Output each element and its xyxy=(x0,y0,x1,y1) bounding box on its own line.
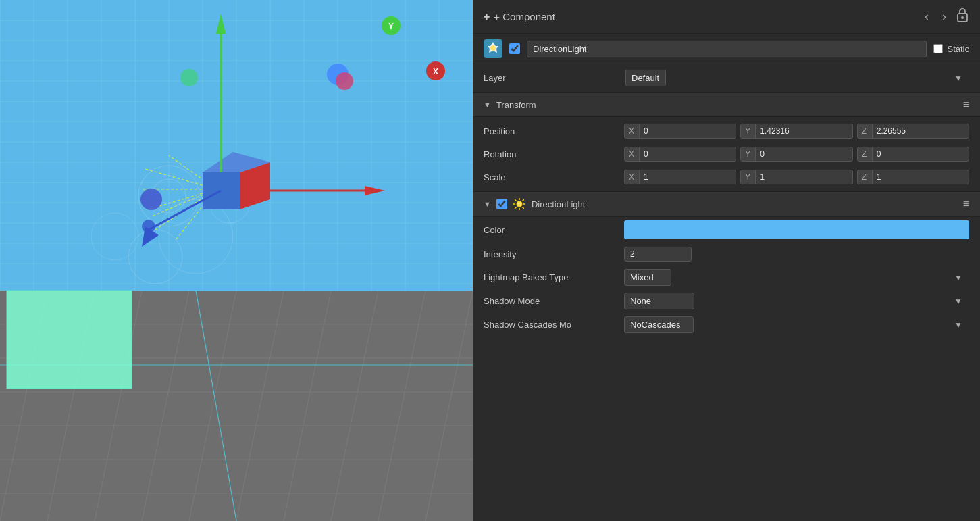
layer-select[interactable]: Default xyxy=(625,70,666,86)
static-label: Static xyxy=(947,44,969,54)
scale-y-label: Y xyxy=(741,170,756,184)
shadow-cascades-wrapper: NoCascades TwoCascades FourCascades ▼ xyxy=(624,316,969,333)
svg-line-95 xyxy=(515,207,516,209)
inspector-topbar: + + Component ‹ › xyxy=(473,0,980,34)
back-button[interactable]: ‹ xyxy=(921,8,933,25)
scale-z-label: Z xyxy=(858,170,873,184)
position-z-input[interactable] xyxy=(873,124,969,138)
transform-section-header: ▼ Transform ≡ xyxy=(473,93,980,117)
svg-point-86 xyxy=(490,45,496,51)
layer-select-wrapper: Default ▼ xyxy=(625,70,969,86)
svg-line-94 xyxy=(522,199,523,201)
position-xyz-group: X Y Z xyxy=(624,124,969,139)
position-y-input[interactable] xyxy=(756,124,852,138)
svg-point-81 xyxy=(140,189,162,210)
intensity-row: Intensity xyxy=(473,243,980,266)
layer-label: Layer xyxy=(484,73,619,83)
shadow-mode-wrapper: None Hard Shadows Soft Shadows ▼ xyxy=(624,293,969,309)
lightmap-baked-label: Lightmap Baked Type xyxy=(484,272,619,282)
static-row: Static xyxy=(933,44,969,54)
position-row: Position X Y Z xyxy=(473,120,980,143)
direction-light-menu-icon[interactable]: ≡ xyxy=(963,198,969,210)
rotation-row: Rotation X Y Z xyxy=(473,143,980,166)
svg-line-93 xyxy=(522,207,523,209)
direction-light-section-header: ▼ DirectionLight ≡ xyxy=(473,191,980,217)
color-preview[interactable] xyxy=(624,220,969,239)
svg-point-87 xyxy=(517,201,522,207)
position-x-input[interactable] xyxy=(640,124,736,138)
layer-row: Layer Default ▼ xyxy=(473,64,980,93)
static-checkbox[interactable] xyxy=(933,44,943,53)
topbar-nav: ‹ › xyxy=(921,7,969,26)
lightmap-baked-select[interactable]: Mixed Realtime Baked xyxy=(624,269,671,286)
rotation-y-field: Y xyxy=(740,147,852,162)
shadow-cascades-row: Shadow Cascades Mo NoCascades TwoCascade… xyxy=(473,313,980,337)
intensity-input[interactable] xyxy=(624,247,692,262)
scale-z-field: Z xyxy=(857,170,969,184)
position-label: Position xyxy=(484,126,619,137)
scale-xyz-group: X Y Z xyxy=(624,170,969,184)
sun-icon xyxy=(513,197,526,211)
svg-point-83 xyxy=(961,16,964,19)
direction-light-toggle[interactable]: ▼ xyxy=(484,200,491,208)
svg-rect-64 xyxy=(203,172,240,209)
position-x-field: X xyxy=(624,124,736,139)
scale-label: Scale xyxy=(484,172,619,182)
transform-title: Transform xyxy=(496,100,958,110)
svg-text:X: X xyxy=(433,67,438,76)
shadow-cascades-label: Shadow Cascades Mo xyxy=(484,320,619,330)
transform-toggle[interactable]: ▼ xyxy=(484,101,491,109)
rotation-y-label: Y xyxy=(741,147,756,161)
rotation-z-input[interactable] xyxy=(873,147,969,161)
rotation-x-field: X xyxy=(624,147,736,162)
svg-point-80 xyxy=(180,69,198,86)
viewport: X Y xyxy=(0,0,473,521)
scale-x-input[interactable] xyxy=(640,170,736,184)
forward-button[interactable]: › xyxy=(938,8,950,25)
scene-svg: X Y xyxy=(0,0,473,521)
add-component-label: + Component xyxy=(494,11,555,22)
plus-icon: + xyxy=(484,11,490,23)
direction-light-fields: Color Intensity Lightmap Baked Type Mixe… xyxy=(473,217,980,337)
transform-fields: Position X Y Z Rotation xyxy=(473,117,980,191)
color-label: Color xyxy=(484,225,619,235)
direction-light-icon xyxy=(484,39,502,58)
lightmap-baked-wrapper: Mixed Realtime Baked ▼ xyxy=(624,269,969,286)
object-name-input[interactable] xyxy=(527,41,927,57)
shadow-mode-select[interactable]: None Hard Shadows Soft Shadows xyxy=(624,293,694,309)
position-z-label: Z xyxy=(858,124,873,138)
lightmap-baked-row: Lightmap Baked Type Mixed Realtime Baked… xyxy=(473,266,980,289)
svg-line-92 xyxy=(515,199,516,201)
shadow-cascades-arrow: ▼ xyxy=(954,320,962,330)
shadow-mode-label: Shadow Mode xyxy=(484,296,619,306)
rotation-label: Rotation xyxy=(484,149,619,159)
scale-y-input[interactable] xyxy=(756,170,852,184)
svg-rect-49 xyxy=(7,291,132,389)
rotation-y-input[interactable] xyxy=(756,147,852,161)
scale-x-label: X xyxy=(625,170,640,184)
color-row: Color xyxy=(473,217,980,243)
lock-icon xyxy=(956,7,969,26)
position-x-label: X xyxy=(625,124,640,138)
scale-row: Scale X Y Z xyxy=(473,166,980,189)
intensity-label: Intensity xyxy=(484,249,619,259)
rotation-xyz-group: X Y Z xyxy=(624,147,969,162)
add-component-button[interactable]: + + Component xyxy=(484,11,915,23)
position-y-label: Y xyxy=(741,124,756,138)
transform-menu-icon[interactable]: ≡ xyxy=(963,99,969,111)
svg-point-77 xyxy=(142,220,155,233)
rotation-z-label: Z xyxy=(858,147,873,161)
position-z-field: Z xyxy=(857,124,969,139)
rotation-x-label: X xyxy=(625,147,640,161)
layer-select-arrow: ▼ xyxy=(954,74,962,83)
direction-light-enabled-checkbox[interactable] xyxy=(496,199,507,209)
rotation-x-input[interactable] xyxy=(640,147,736,161)
position-y-field: Y xyxy=(740,124,852,139)
shadow-cascades-select[interactable]: NoCascades TwoCascades FourCascades xyxy=(624,316,694,333)
lightmap-baked-arrow: ▼ xyxy=(954,273,962,282)
scale-z-input[interactable] xyxy=(873,170,969,184)
object-enabled-checkbox[interactable] xyxy=(509,43,520,54)
inspector-panel: + + Component ‹ › S xyxy=(473,0,980,521)
svg-point-79 xyxy=(336,72,353,90)
scale-x-field: X xyxy=(624,170,736,184)
